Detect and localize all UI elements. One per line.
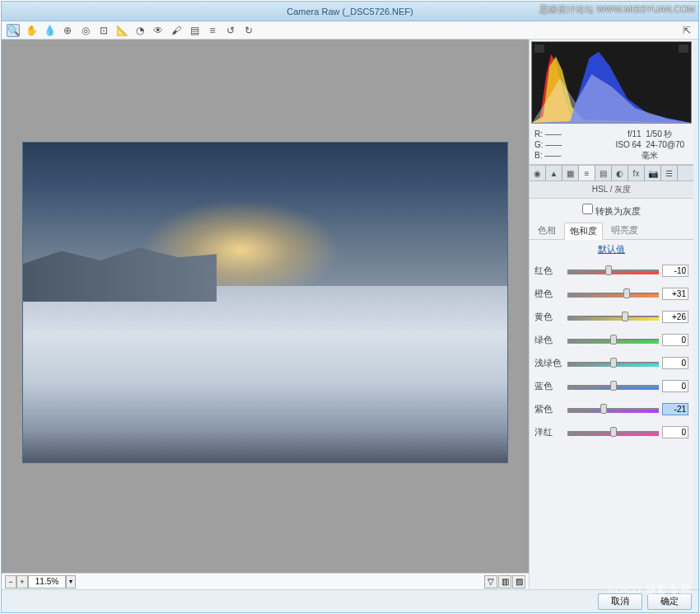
hand-tool-icon[interactable]: ✋ — [25, 24, 38, 37]
hsl-subtabs: 色相 饱和度 明亮度 — [530, 223, 693, 240]
slider-green-thumb[interactable] — [610, 335, 617, 344]
spot-removal-icon[interactable]: ◔ — [133, 24, 147, 37]
slider-magenta-thumb[interactable] — [610, 427, 617, 437]
slider-blue-track[interactable] — [567, 382, 659, 389]
slider-purple-label: 紫色 — [534, 403, 564, 415]
subtab-luminance[interactable]: 明亮度 — [606, 223, 643, 239]
zoom-in-button[interactable]: + — [16, 575, 28, 588]
side-panel: R: —— G: —— B: —— f/11 1/50 秒 ISO 64 24-… — [529, 40, 693, 589]
grayscale-row: 转换为灰度 — [530, 199, 693, 223]
slider-green-track[interactable] — [567, 336, 659, 343]
preview-compare-icon[interactable]: ▥ — [498, 575, 511, 588]
slider-magenta-track[interactable] — [567, 429, 659, 435]
preview-bottom-bar: − + 11.5% ▾ ▽ ▥ ▨ — [2, 573, 529, 589]
zoom-controls: − + 11.5% ▾ — [5, 575, 76, 588]
tab-basic-icon[interactable]: ◉ — [530, 166, 546, 180]
zoom-tool-icon[interactable]: 🔍 — [7, 24, 20, 37]
slider-yellow-label: 黄色 — [534, 311, 564, 323]
zoom-value[interactable]: 11.5% — [28, 575, 66, 588]
slider-aqua: 浅绿色 0 — [530, 351, 693, 374]
preview-split-icon[interactable]: ▨ — [512, 575, 525, 588]
slider-blue-value[interactable]: 0 — [662, 380, 688, 392]
watermark-top: 思缘设计论坛 WWW.MISSYUAN.COM — [539, 3, 695, 16]
prefs-icon[interactable]: ≡ — [206, 24, 219, 37]
slider-purple-value[interactable]: -21 — [662, 403, 688, 415]
slider-blue-label: 蓝色 — [534, 380, 564, 392]
slider-blue: 蓝色 0 — [530, 374, 693, 397]
slider-aqua-thumb[interactable] — [610, 358, 617, 368]
target-adjust-icon[interactable]: ◎ — [79, 24, 92, 37]
slider-red-value[interactable]: -10 — [662, 265, 688, 277]
info-b: B: —— — [534, 150, 612, 161]
slider-aqua-value[interactable]: 0 — [662, 357, 688, 369]
slider-green-value[interactable]: 0 — [662, 334, 688, 346]
tab-split-icon[interactable]: ▤ — [595, 166, 612, 180]
tab-fx-icon[interactable]: fx — [628, 166, 645, 180]
tab-curve-icon[interactable]: ▲ — [546, 166, 562, 180]
redeye-icon[interactable]: 👁 — [152, 24, 165, 37]
zoom-dropdown-icon[interactable]: ▾ — [66, 575, 76, 588]
crop-tool-icon[interactable]: ⊡ — [97, 24, 110, 37]
slider-purple-track[interactable] — [567, 405, 659, 412]
slider-aqua-label: 浅绿色 — [534, 357, 564, 369]
tab-hsl-icon[interactable]: ≡ — [579, 166, 595, 180]
slider-orange: 橙色 +31 — [530, 282, 693, 305]
tab-detail-icon[interactable]: ▦ — [562, 166, 579, 180]
slider-green: 绿色 0 — [530, 328, 693, 351]
straighten-icon[interactable]: 📐 — [115, 24, 128, 37]
slider-orange-track[interactable] — [567, 290, 659, 297]
rotate-ccw-icon[interactable]: ↺ — [224, 24, 237, 37]
info-readout: R: —— G: —— B: —— f/11 1/50 秒 ISO 64 24-… — [530, 125, 693, 165]
highlight-clip-icon[interactable] — [679, 45, 688, 53]
info-iso: ISO 64 — [615, 140, 641, 149]
default-link-row: 默认值 — [530, 240, 693, 259]
preview-area: − + 11.5% ▾ ▽ ▥ ▨ — [2, 40, 529, 589]
fullscreen-toggle-icon[interactable]: ⇱ — [680, 24, 693, 37]
info-aperture: f/11 — [628, 129, 642, 138]
color-sampler-icon[interactable]: ⊕ — [61, 24, 74, 37]
panel-title: HSL / 灰度 — [530, 181, 693, 199]
slider-magenta-label: 洋红 — [534, 426, 564, 438]
slider-magenta: 洋红 0 — [530, 420, 693, 443]
tab-presets-icon[interactable]: ☰ — [661, 166, 678, 180]
main-area: − + 11.5% ▾ ▽ ▥ ▨ — [2, 40, 698, 589]
camera-raw-window: Camera Raw (_DSC5726.NEF) 思缘设计论坛 WWW.MIS… — [1, 1, 699, 613]
white-balance-icon[interactable]: 💧 — [43, 24, 56, 37]
default-values-link[interactable]: 默认值 — [598, 244, 625, 254]
grayscale-checkbox[interactable] — [582, 204, 593, 214]
tab-camera-icon[interactable]: 📷 — [645, 166, 661, 180]
info-r: R: —— — [534, 129, 612, 139]
subtab-saturation[interactable]: 饱和度 — [564, 223, 603, 240]
slider-red-track[interactable] — [567, 267, 659, 274]
slider-aqua-track[interactable] — [567, 359, 659, 366]
slider-yellow-value[interactable]: +26 — [662, 311, 688, 323]
preview-image[interactable] — [22, 142, 508, 463]
slider-red-thumb[interactable] — [605, 265, 612, 275]
zoom-out-button[interactable]: − — [5, 575, 16, 588]
slider-red-label: 红色 — [534, 265, 564, 277]
slider-blue-thumb[interactable] — [610, 381, 617, 391]
slider-yellow: 黄色 +26 — [530, 305, 693, 328]
slider-purple-thumb[interactable] — [600, 404, 607, 414]
histogram[interactable] — [531, 41, 692, 124]
preview-filter-icon[interactable]: ▽ — [484, 575, 497, 588]
graduated-filter-icon[interactable]: ▤ — [188, 24, 201, 37]
shadow-clip-icon[interactable] — [534, 45, 544, 53]
tab-lens-icon[interactable]: ◐ — [612, 166, 628, 180]
subtab-hue[interactable]: 色相 — [533, 223, 561, 239]
slider-orange-thumb[interactable] — [623, 288, 630, 298]
rotate-cw-icon[interactable]: ↻ — [242, 24, 255, 37]
info-shutter: 1/50 秒 — [646, 129, 672, 138]
grayscale-label: 转换为灰度 — [595, 206, 641, 216]
info-g: G: —— — [534, 139, 612, 150]
adjustment-brush-icon[interactable]: 🖌 — [170, 24, 183, 37]
slider-yellow-thumb[interactable] — [622, 312, 628, 321]
slider-orange-value[interactable]: +31 — [662, 288, 688, 300]
slider-red: 红色 -10 — [530, 259, 693, 282]
slider-magenta-value[interactable]: 0 — [662, 426, 688, 438]
info-lens: 24-70@70 毫米 — [642, 140, 684, 160]
slider-yellow-track[interactable] — [567, 313, 659, 320]
footer: 取消 确定 — [2, 589, 698, 612]
toolbar: 🔍 ✋ 💧 ⊕ ◎ ⊡ 📐 ◔ 👁 🖌 ▤ ≡ ↺ ↻ ⇱ — [2, 21, 698, 40]
slider-green-label: 绿色 — [534, 334, 564, 346]
